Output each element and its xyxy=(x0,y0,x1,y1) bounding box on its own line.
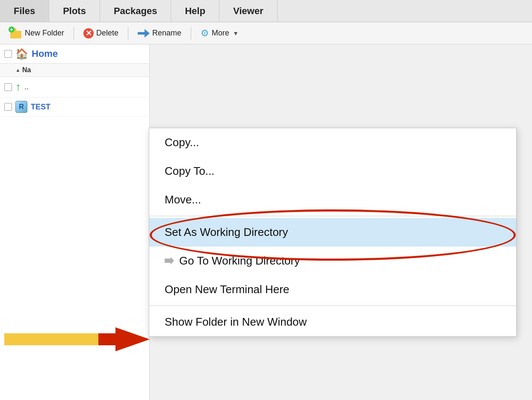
menu-item-copy-to[interactable]: Copy To... xyxy=(149,157,516,185)
svg-rect-0 xyxy=(138,32,145,35)
tab-bar: Files Plots Packages Help Viewer xyxy=(0,0,532,22)
menu-go-to-working-dir-label: Go To Working Directory xyxy=(179,254,300,268)
home-label: Home xyxy=(32,48,58,59)
context-menu: Copy... Copy To... Move... Set As Workin… xyxy=(149,128,517,337)
toolbar-divider-2 xyxy=(128,27,128,40)
menu-item-copy[interactable]: Copy... xyxy=(149,128,516,157)
toolbar-divider-1 xyxy=(74,27,74,40)
sort-arrow-icon: ▲ xyxy=(15,67,21,73)
tab-viewer-label: Viewer xyxy=(233,6,263,17)
more-dropdown-arrow: ▼ xyxy=(233,30,239,37)
menu-divider-2 xyxy=(149,306,516,306)
name-column-label: Na xyxy=(22,66,31,74)
menu-item-open-terminal[interactable]: Open New Terminal Here xyxy=(149,275,516,304)
menu-item-set-working-dir[interactable]: Set As Working Directory xyxy=(149,218,516,247)
test-checkbox[interactable] xyxy=(4,103,12,111)
menu-divider-1 xyxy=(149,216,516,216)
toolbar: + New Folder ✕ Delete Rename ⚙ More ▼ xyxy=(0,22,532,44)
file-browser: 🏠 Home ▲ Na ↑ .. R TEST xyxy=(0,44,150,400)
breadcrumb-row: 🏠 Home xyxy=(0,44,149,64)
tab-viewer[interactable]: Viewer xyxy=(219,0,278,22)
home-link[interactable]: Home xyxy=(32,48,58,59)
menu-set-working-dir-label: Set As Working Directory xyxy=(165,226,288,239)
rename-label: Rename xyxy=(152,29,181,38)
menu-item-go-to-working-dir[interactable]: Go To Working Directory xyxy=(149,247,516,275)
delete-button[interactable]: ✕ Delete xyxy=(77,26,124,41)
menu-open-terminal-label: Open New Terminal Here xyxy=(165,283,289,296)
column-header: ▲ Na xyxy=(0,64,149,77)
menu-item-show-folder[interactable]: Show Folder in New Window xyxy=(149,308,516,336)
new-folder-button[interactable]: + New Folder xyxy=(4,26,70,41)
rename-icon xyxy=(138,29,150,38)
tab-files-label: Files xyxy=(14,6,35,17)
parent-name: .. xyxy=(24,82,29,91)
name-column-header[interactable]: ▲ Na xyxy=(15,66,31,74)
tab-files[interactable]: Files xyxy=(0,0,49,22)
svg-marker-1 xyxy=(145,29,150,38)
new-folder-label: New Folder xyxy=(25,29,64,38)
tab-help-label: Help xyxy=(185,6,205,17)
tab-plots[interactable]: Plots xyxy=(49,0,100,22)
menu-copy-label: Copy... xyxy=(165,136,199,149)
select-all-checkbox[interactable] xyxy=(4,50,12,58)
menu-show-folder-label: Show Folder in New Window xyxy=(165,315,307,329)
more-label: More xyxy=(212,29,229,38)
go-to-working-dir-icon xyxy=(165,254,175,268)
test-file-name: TEST xyxy=(31,103,50,112)
svg-marker-2 xyxy=(165,257,174,265)
more-button[interactable]: ⚙ More ▼ xyxy=(195,25,245,41)
r-package-icon: R xyxy=(15,101,27,113)
menu-move-label: Move... xyxy=(165,193,201,206)
tab-packages-label: Packages xyxy=(114,6,157,17)
delete-icon: ✕ xyxy=(83,28,94,38)
tab-plots-label: Plots xyxy=(63,6,86,17)
file-row-test[interactable]: R TEST xyxy=(0,97,149,117)
file-row-parent[interactable]: ↑ .. xyxy=(0,77,149,97)
menu-item-move[interactable]: Move... xyxy=(149,185,516,214)
tab-help[interactable]: Help xyxy=(171,0,219,22)
tab-packages[interactable]: Packages xyxy=(100,0,171,22)
parent-up-icon: ↑ xyxy=(15,80,21,94)
gear-icon: ⚙ xyxy=(201,28,209,39)
menu-copy-to-label: Copy To... xyxy=(165,165,215,178)
rename-button[interactable]: Rename xyxy=(132,26,187,40)
home-icon: 🏠 xyxy=(15,48,28,60)
delete-label: Delete xyxy=(96,29,118,38)
new-folder-icon: + xyxy=(10,28,22,38)
toolbar-divider-3 xyxy=(191,27,191,40)
parent-checkbox[interactable] xyxy=(4,83,12,91)
